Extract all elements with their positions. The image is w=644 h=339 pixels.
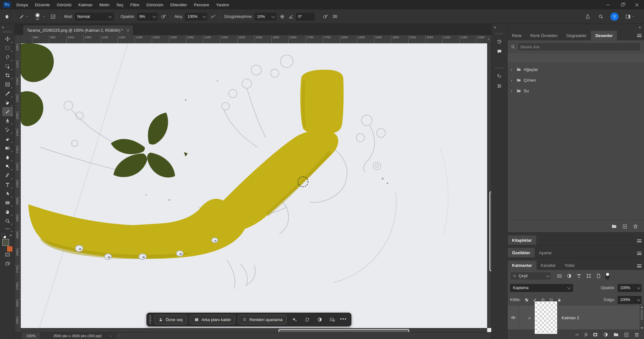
tab-desenler[interactable]: Desenler <box>591 31 617 40</box>
path-selection-tool[interactable] <box>2 189 13 198</box>
tab-kitapliklar[interactable]: Kitaplıklar <box>508 235 536 245</box>
flow-control[interactable]: 100% <box>185 13 207 20</box>
new-group-button[interactable] <box>613 332 619 337</box>
move-tool[interactable] <box>2 34 13 43</box>
rectangle-tool[interactable] <box>2 198 13 207</box>
smoothing-options-button[interactable] <box>278 13 286 20</box>
delete-layer-button[interactable] <box>634 332 640 337</box>
tab-degradeler[interactable]: Degradeler <box>562 31 591 40</box>
type-tool[interactable] <box>2 180 13 189</box>
pattern-search-input[interactable] <box>517 42 641 51</box>
clone-stamp-tool[interactable] <box>2 116 13 125</box>
screen-mode-button[interactable] <box>5 261 10 267</box>
pressure-opacity-button[interactable] <box>160 13 167 20</box>
horizontal-scroll-thumb[interactable] <box>278 329 409 332</box>
status-options-chevron[interactable]: › <box>111 334 112 338</box>
adjustment-button[interactable] <box>315 315 324 324</box>
layer-thumbnail[interactable] <box>535 301 557 334</box>
foreground-color-swatch[interactable] <box>2 239 9 246</box>
properties-panel-menu[interactable] <box>637 252 644 257</box>
menu-yardim[interactable]: Yardım <box>213 1 232 8</box>
adjust-colors-button[interactable]: Renkleri ayarlama <box>238 315 287 324</box>
panel-group-grip[interactable] <box>495 67 504 69</box>
gradient-tool[interactable] <box>2 143 13 153</box>
opacity-dropdown[interactable] <box>152 13 157 20</box>
new-group-button[interactable] <box>611 223 617 229</box>
brush-angle-field[interactable]: 0° <box>296 13 314 20</box>
background-color-swatch[interactable] <box>7 246 13 252</box>
menu-filtre[interactable]: Filtre <box>127 1 143 8</box>
brush-settings-panel-button[interactable] <box>494 71 505 81</box>
scroll-down-arrow[interactable] <box>641 327 643 329</box>
brushes-panel-button[interactable] <box>494 81 505 91</box>
brush-settings-panel-toggle[interactable] <box>49 13 57 20</box>
taskbar-more-button[interactable]: ••• <box>340 316 347 323</box>
minimize-button[interactable] <box>601 0 615 9</box>
filter-type-icon[interactable] <box>576 273 582 279</box>
blend-mode-select[interactable]: Normal <box>75 13 113 20</box>
layer-fill-dropdown[interactable] <box>636 296 641 304</box>
layer-fill-field[interactable]: 100% <box>618 296 636 304</box>
lock-transparency-icon[interactable] <box>524 298 529 302</box>
default-colors-button[interactable] <box>2 234 6 238</box>
vertical-scroll-thumb[interactable] <box>489 191 491 271</box>
layers-scrollbar[interactable] <box>640 306 644 330</box>
home-button[interactable] <box>3 13 11 20</box>
layers-panel-menu[interactable] <box>637 264 644 270</box>
dodge-tool[interactable] <box>2 162 13 171</box>
search-button[interactable] <box>597 13 605 20</box>
tab-renk[interactable]: Renk <box>508 31 526 40</box>
layer-opacity-field[interactable]: 100% <box>618 284 636 292</box>
tab-ozellikler[interactable]: Özellikler <box>508 248 535 257</box>
discover-button[interactable] <box>610 13 619 21</box>
patterns-panel-menu[interactable] <box>637 31 644 40</box>
smoothing-control[interactable]: 10% <box>255 13 276 20</box>
menu-gorunum[interactable]: Görünüm <box>143 1 166 8</box>
add-image-button[interactable] <box>328 315 337 324</box>
panel-group-grip[interactable] <box>495 33 504 35</box>
eraser-tool[interactable] <box>2 134 13 143</box>
menu-katman[interactable]: Katman <box>75 1 96 8</box>
horizontal-ruler[interactable]: 9009501000105011001150120012501300135014… <box>21 35 486 43</box>
opacity-control[interactable]: 9% <box>137 13 157 20</box>
smoothing-dropdown[interactable] <box>271 13 276 20</box>
swap-colors-button[interactable] <box>8 234 13 238</box>
layer-fill-control[interactable]: 100% <box>618 296 641 304</box>
close-button[interactable] <box>630 0 644 9</box>
toolbar-grip[interactable] <box>3 31 12 33</box>
edit-toolbar-button[interactable] <box>2 225 13 232</box>
chevron-right-icon[interactable]: › <box>511 67 514 72</box>
taskbar-drag-handle[interactable] <box>149 315 151 324</box>
zoom-tool[interactable] <box>2 216 13 225</box>
layer-effects-button[interactable]: fx <box>585 332 588 337</box>
tab-ayarlar[interactable]: Ayarlar <box>535 248 556 257</box>
scroll-up-arrow[interactable] <box>641 306 643 308</box>
ruler-corner[interactable] <box>15 35 21 43</box>
new-pattern-button[interactable] <box>622 223 628 229</box>
opacity-value-field[interactable]: 9% <box>137 13 152 20</box>
vertical-ruler[interactable]: 2050210021502200225023002350240024502500… <box>15 43 21 332</box>
menu-duzenle[interactable]: Düzenle <box>32 1 53 8</box>
document-tab[interactable]: Tarama_20260225.png @ 100% (Katman 2, RG… <box>23 25 133 35</box>
workspace-switcher[interactable] <box>624 13 636 20</box>
layers-scroll-thumb[interactable] <box>641 309 643 320</box>
tool-preset-button[interactable] <box>18 13 30 20</box>
remove-background-button[interactable]: Arka planı kaldır <box>190 315 235 324</box>
tab-close-icon[interactable]: × <box>127 28 129 33</box>
layer-filter-select[interactable]: Çeşit <box>510 272 552 280</box>
transform-button[interactable] <box>302 315 312 324</box>
scroll-up-chevron[interactable]: ∧ <box>486 35 491 43</box>
pressure-size-button[interactable] <box>322 13 329 20</box>
layer-row-katman-2[interactable]: Katman 2 <box>508 306 640 330</box>
lock-all-icon[interactable] <box>557 298 562 302</box>
menu-goruntu[interactable]: Görüntü <box>54 1 75 8</box>
pen-tool[interactable] <box>2 171 13 180</box>
filter-shape-icon[interactable] <box>586 273 592 279</box>
layer-opacity-dropdown[interactable] <box>636 284 641 292</box>
pattern-folder-cimen[interactable]: › Çimen <box>508 75 644 85</box>
menu-sec[interactable]: Seç <box>113 1 126 8</box>
frame-tool[interactable] <box>2 80 13 89</box>
panel-expand-button[interactable]: » <box>639 25 641 30</box>
status-back-chevron[interactable]: ‹ <box>119 334 120 337</box>
layer-visibility-toggle[interactable] <box>508 306 519 330</box>
